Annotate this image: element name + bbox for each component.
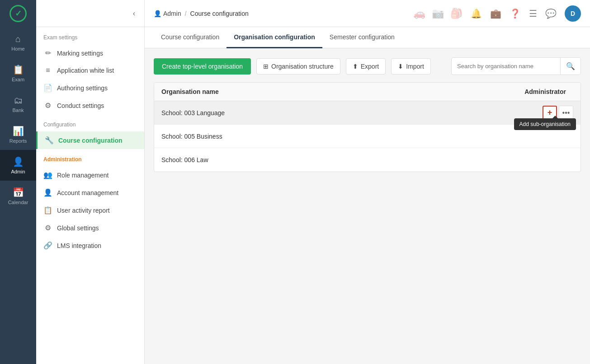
nav-label-admin: Admin [11,169,25,174]
avatar[interactable]: D [565,5,581,22]
briefcase-icon[interactable]: 💼 [490,8,501,19]
breadcrumb-admin-icon: 👤 [154,10,161,17]
illustration-icon-3: 🎒 [450,8,463,19]
org-structure-button[interactable]: ⊞ Organisation structure [256,58,340,75]
tab-org-config[interactable]: Organisation configuration [227,27,322,48]
sidebar-item-conduct-label: Conduct settings [57,102,104,109]
topbar-icons: 🔔 💼 ❓ ☰ 💬 D [471,5,581,22]
sidebar-item-lms-integration[interactable]: 🔗 LMS integration [36,237,144,254]
org-table: Organisation name Administrator School: … [154,82,581,172]
nav-label-calendar: Calendar [8,200,28,205]
help-icon[interactable]: ❓ [510,8,521,19]
sidebar-item-marking[interactable]: ✏ Marking settings [36,44,144,62]
export-icon: ⬆ [353,63,358,70]
tab-course-config-label: Course configuration [161,33,219,41]
col-administrator: Administrator [483,88,573,95]
illustration-icon-2: 📷 [432,8,444,19]
breadcrumb-root-label: Admin [163,10,181,17]
sidebar-header: ‹ [36,0,144,27]
export-label: Export [361,63,379,70]
org-name-cell: School: 005 Business [161,133,573,140]
more-options-button[interactable]: ••• [559,106,573,120]
course-config-icon: 🔧 [45,136,54,145]
table-row[interactable]: School: 003 Language + ••• Add sub-organ… [154,101,581,125]
breadcrumb-admin: 👤 Admin [154,10,181,17]
col-org-name: Organisation name [161,88,483,95]
sidebar-item-exam[interactable]: 📋 Exam [0,58,36,89]
inner-content: Create top-level organisation ⊞ Organisa… [145,48,590,181]
org-name-cell: School: 003 Language [161,109,543,117]
sidebar-item-course-config[interactable]: 🔧 Course configuration [36,131,144,149]
global-settings-icon: ⚙ [43,224,52,232]
sidebar-item-user-activity-label: User activity report [57,207,110,214]
avatar-label: D [571,10,575,17]
user-activity-icon: 📋 [43,206,52,215]
exam-settings-section-label: Exam settings [36,27,144,44]
sidebar-item-home[interactable]: ⌂ Home [0,27,36,58]
add-sub-org-button[interactable]: + [543,106,557,120]
nav-label-bank: Bank [12,107,24,113]
conduct-icon: ⚙ [43,101,52,110]
logo-icon: ✓ [9,5,27,22]
search-box: 🔍 [451,57,581,75]
sidebar-item-role-mgmt[interactable]: 👥 Role management [36,166,144,184]
marking-icon: ✏ [43,49,52,57]
import-button[interactable]: ⬇ Import [391,58,431,75]
sidebar-item-bank[interactable]: 🗂 Bank [0,89,36,119]
account-mgmt-icon: 👤 [43,188,52,197]
topbar: 👤 Admin / Course configuration 🚗 📷 🎒 🔔 💼… [145,0,590,27]
sidebar-item-global-settings-label: Global settings [57,224,99,232]
sidebar-item-authoring[interactable]: 📄 Authoring settings [36,79,144,97]
tab-course-config[interactable]: Course configuration [154,27,227,48]
search-icon: 🔍 [566,62,575,70]
table-row[interactable]: School: 006 Law [154,148,581,172]
import-icon: ⬇ [398,63,403,70]
collapse-button[interactable]: ‹ [129,8,139,19]
org-name-cell: School: 006 Law [161,156,573,163]
create-top-level-org-button[interactable]: Create top-level organisation [154,58,251,75]
sidebar-item-role-label: Role management [57,172,109,179]
authoring-icon: 📄 [43,84,52,92]
sidebar-item-marking-label: Marking settings [57,50,103,57]
table-header: Organisation name Administrator [154,83,581,101]
lms-icon: 🔗 [43,241,52,250]
sidebar-item-calendar[interactable]: 📅 Calendar [0,181,36,211]
list-icon[interactable]: ☰ [529,8,537,19]
breadcrumb-current-label: Course configuration [190,10,249,17]
exam-icon: 📋 [13,64,24,75]
sidebar-item-whitelist-label: Application white list [57,67,114,74]
nav-label-reports: Reports [9,138,27,144]
sidebar-item-authoring-label: Authoring settings [57,84,108,92]
tab-semester-config[interactable]: Semester configuration [322,27,402,48]
tab-org-config-label: Organisation configuration [234,33,315,41]
search-button[interactable]: 🔍 [560,58,581,75]
home-icon: ⌂ [15,34,21,44]
ghost-illustrations: 🚗 📷 🎒 [413,8,463,19]
sidebar-item-user-activity[interactable]: 📋 User activity report [36,201,144,219]
reports-icon: 📊 [13,126,24,136]
message-icon[interactable]: 💬 [545,8,557,19]
sidebar-item-lms-label: LMS integration [57,242,101,249]
bank-icon: 🗂 [14,95,23,106]
row-actions: + ••• [543,106,573,120]
secondary-sidebar: ‹ Exam settings ✏ Marking settings ≡ App… [36,0,145,364]
main-content: 👤 Admin / Course configuration 🚗 📷 🎒 🔔 💼… [145,0,590,364]
search-input[interactable] [452,59,560,74]
sidebar-item-whitelist[interactable]: ≡ Application white list [36,62,144,79]
tab-bar: Course configuration Organisation config… [145,27,590,48]
sidebar-item-account-mgmt[interactable]: 👤 Account management [36,184,144,201]
nav-label-exam: Exam [12,77,24,82]
sidebar-item-reports[interactable]: 📊 Reports [0,119,36,150]
config-section-label: Configuration [36,114,144,131]
sidebar-item-conduct[interactable]: ⚙ Conduct settings [36,97,144,114]
tab-semester-config-label: Semester configuration [330,33,395,41]
sidebar-item-account-label: Account management [57,189,118,196]
sidebar-item-global-settings[interactable]: ⚙ Global settings [36,219,144,237]
table-row[interactable]: School: 005 Business [154,125,581,148]
org-structure-label: Organisation structure [271,63,334,70]
sidebar-item-admin[interactable]: 👤 Admin [0,150,36,181]
bell-icon[interactable]: 🔔 [471,8,482,19]
content-area: Course configuration Organisation config… [145,27,590,364]
export-button[interactable]: ⬆ Export [346,58,386,75]
sidebar-item-course-config-label: Course configuration [58,137,123,144]
